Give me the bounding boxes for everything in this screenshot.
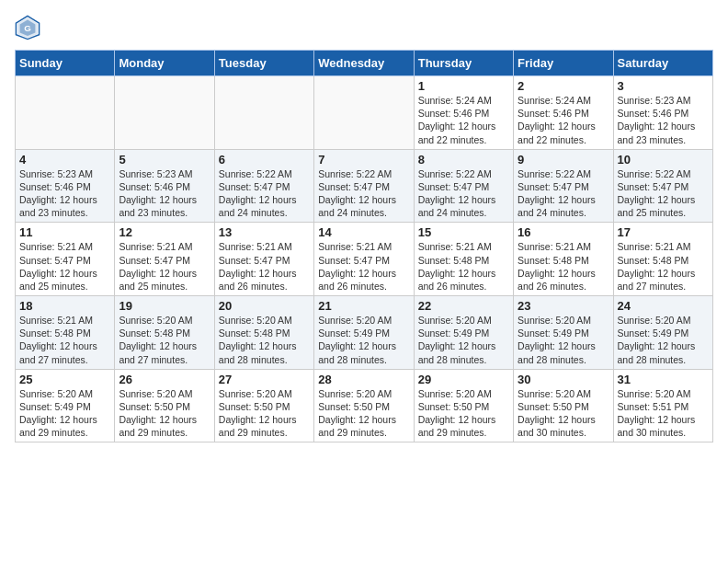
day-number: 16 — [518, 225, 609, 239]
day-number: 27 — [219, 373, 310, 386]
day-info: Sunrise: 5:22 AM Sunset: 5:47 PM Dayligh… — [618, 167, 709, 220]
calendar-cell: 1Sunrise: 5:24 AM Sunset: 5:46 PM Daylig… — [414, 76, 513, 150]
day-info: Sunrise: 5:21 AM Sunset: 5:47 PM Dayligh… — [219, 240, 310, 293]
calendar-cell: 13Sunrise: 5:21 AM Sunset: 5:47 PM Dayli… — [214, 223, 313, 296]
day-number: 26 — [119, 373, 210, 386]
generalblue-logo-icon: G — [15, 15, 40, 40]
calendar-header-monday: Monday — [115, 51, 214, 76]
calendar-week-row: 18Sunrise: 5:21 AM Sunset: 5:48 PM Dayli… — [16, 296, 713, 370]
calendar-cell: 28Sunrise: 5:20 AM Sunset: 5:50 PM Dayli… — [314, 369, 414, 442]
day-info: Sunrise: 5:20 AM Sunset: 5:49 PM Dayligh… — [318, 314, 409, 366]
calendar-cell: 16Sunrise: 5:21 AM Sunset: 5:48 PM Dayli… — [514, 223, 613, 296]
day-info: Sunrise: 5:20 AM Sunset: 5:49 PM Dayligh… — [618, 314, 709, 366]
calendar-cell: 20Sunrise: 5:20 AM Sunset: 5:48 PM Dayli… — [214, 296, 313, 370]
day-info: Sunrise: 5:24 AM Sunset: 5:46 PM Dayligh… — [518, 94, 609, 146]
calendar-cell — [115, 76, 214, 150]
day-info: Sunrise: 5:20 AM Sunset: 5:51 PM Dayligh… — [618, 387, 709, 440]
day-number: 25 — [19, 373, 110, 386]
day-info: Sunrise: 5:23 AM Sunset: 5:46 PM Dayligh… — [119, 167, 210, 220]
calendar-header-thursday: Thursday — [414, 51, 513, 76]
day-number: 7 — [318, 153, 409, 167]
calendar-week-row: 4Sunrise: 5:23 AM Sunset: 5:46 PM Daylig… — [16, 149, 713, 223]
day-number: 30 — [518, 373, 609, 386]
day-number: 18 — [19, 299, 110, 313]
day-info: Sunrise: 5:20 AM Sunset: 5:49 PM Dayligh… — [19, 387, 110, 440]
calendar-header-wednesday: Wednesday — [314, 51, 414, 76]
day-number: 11 — [19, 225, 110, 239]
calendar-cell — [314, 76, 414, 150]
calendar-cell: 25Sunrise: 5:20 AM Sunset: 5:49 PM Dayli… — [16, 369, 115, 442]
calendar-table: SundayMondayTuesdayWednesdayThursdayFrid… — [15, 50, 713, 442]
calendar-cell: 31Sunrise: 5:20 AM Sunset: 5:51 PM Dayli… — [613, 369, 712, 442]
day-info: Sunrise: 5:20 AM Sunset: 5:49 PM Dayligh… — [418, 314, 509, 366]
day-number: 13 — [219, 225, 310, 239]
day-info: Sunrise: 5:20 AM Sunset: 5:50 PM Dayligh… — [318, 387, 409, 440]
calendar-header-row: SundayMondayTuesdayWednesdayThursdayFrid… — [16, 51, 713, 76]
day-info: Sunrise: 5:23 AM Sunset: 5:46 PM Dayligh… — [618, 94, 709, 146]
calendar-cell: 5Sunrise: 5:23 AM Sunset: 5:46 PM Daylig… — [115, 149, 214, 223]
calendar-cell: 11Sunrise: 5:21 AM Sunset: 5:47 PM Dayli… — [16, 223, 115, 296]
calendar-cell: 9Sunrise: 5:22 AM Sunset: 5:47 PM Daylig… — [514, 149, 613, 223]
day-info: Sunrise: 5:21 AM Sunset: 5:48 PM Dayligh… — [618, 240, 709, 293]
day-number: 3 — [618, 79, 709, 93]
calendar-cell: 15Sunrise: 5:21 AM Sunset: 5:48 PM Dayli… — [414, 223, 513, 296]
calendar-cell: 17Sunrise: 5:21 AM Sunset: 5:48 PM Dayli… — [613, 223, 712, 296]
day-info: Sunrise: 5:21 AM Sunset: 5:47 PM Dayligh… — [19, 240, 110, 293]
logo: G — [15, 15, 44, 40]
day-number: 14 — [318, 225, 409, 239]
calendar-cell — [16, 76, 115, 150]
day-number: 31 — [618, 373, 709, 386]
page-header: G — [15, 15, 713, 40]
day-info: Sunrise: 5:20 AM Sunset: 5:48 PM Dayligh… — [219, 314, 310, 366]
day-number: 20 — [219, 299, 310, 313]
calendar-cell: 21Sunrise: 5:20 AM Sunset: 5:49 PM Dayli… — [314, 296, 414, 370]
calendar-header-sunday: Sunday — [16, 51, 115, 76]
day-number: 19 — [119, 299, 210, 313]
day-info: Sunrise: 5:23 AM Sunset: 5:46 PM Dayligh… — [19, 167, 110, 220]
calendar-cell: 7Sunrise: 5:22 AM Sunset: 5:47 PM Daylig… — [314, 149, 414, 223]
day-number: 15 — [418, 225, 509, 239]
day-info: Sunrise: 5:20 AM Sunset: 5:48 PM Dayligh… — [119, 314, 210, 366]
calendar-cell: 18Sunrise: 5:21 AM Sunset: 5:48 PM Dayli… — [16, 296, 115, 370]
calendar-cell: 10Sunrise: 5:22 AM Sunset: 5:47 PM Dayli… — [613, 149, 712, 223]
day-number: 1 — [418, 79, 509, 93]
day-info: Sunrise: 5:22 AM Sunset: 5:47 PM Dayligh… — [518, 167, 609, 220]
day-number: 2 — [518, 79, 609, 93]
day-number: 10 — [618, 153, 709, 167]
svg-text:G: G — [24, 23, 31, 33]
calendar-cell: 26Sunrise: 5:20 AM Sunset: 5:50 PM Dayli… — [115, 369, 214, 442]
calendar-cell: 23Sunrise: 5:20 AM Sunset: 5:49 PM Dayli… — [514, 296, 613, 370]
calendar-cell — [214, 76, 313, 150]
calendar-header-saturday: Saturday — [613, 51, 712, 76]
day-info: Sunrise: 5:21 AM Sunset: 5:48 PM Dayligh… — [518, 240, 609, 293]
calendar-cell: 27Sunrise: 5:20 AM Sunset: 5:50 PM Dayli… — [214, 369, 313, 442]
day-number: 8 — [418, 153, 509, 167]
day-info: Sunrise: 5:22 AM Sunset: 5:47 PM Dayligh… — [418, 167, 509, 220]
day-info: Sunrise: 5:22 AM Sunset: 5:47 PM Dayligh… — [318, 167, 409, 220]
day-info: Sunrise: 5:20 AM Sunset: 5:50 PM Dayligh… — [418, 387, 509, 440]
day-info: Sunrise: 5:21 AM Sunset: 5:48 PM Dayligh… — [19, 314, 110, 366]
day-number: 24 — [618, 299, 709, 313]
calendar-cell: 8Sunrise: 5:22 AM Sunset: 5:47 PM Daylig… — [414, 149, 513, 223]
day-number: 17 — [618, 225, 709, 239]
calendar-week-row: 11Sunrise: 5:21 AM Sunset: 5:47 PM Dayli… — [16, 223, 713, 296]
day-number: 12 — [119, 225, 210, 239]
day-number: 22 — [418, 299, 509, 313]
calendar-cell: 12Sunrise: 5:21 AM Sunset: 5:47 PM Dayli… — [115, 223, 214, 296]
day-number: 4 — [19, 153, 110, 167]
day-info: Sunrise: 5:20 AM Sunset: 5:50 PM Dayligh… — [518, 387, 609, 440]
day-info: Sunrise: 5:21 AM Sunset: 5:48 PM Dayligh… — [418, 240, 509, 293]
calendar-cell: 29Sunrise: 5:20 AM Sunset: 5:50 PM Dayli… — [414, 369, 513, 442]
day-info: Sunrise: 5:20 AM Sunset: 5:50 PM Dayligh… — [219, 387, 310, 440]
calendar-week-row: 25Sunrise: 5:20 AM Sunset: 5:49 PM Dayli… — [16, 369, 713, 442]
calendar-cell: 2Sunrise: 5:24 AM Sunset: 5:46 PM Daylig… — [514, 76, 613, 150]
day-number: 23 — [518, 299, 609, 313]
day-number: 28 — [318, 373, 409, 386]
calendar-cell: 19Sunrise: 5:20 AM Sunset: 5:48 PM Dayli… — [115, 296, 214, 370]
calendar-cell: 3Sunrise: 5:23 AM Sunset: 5:46 PM Daylig… — [613, 76, 712, 150]
day-info: Sunrise: 5:20 AM Sunset: 5:49 PM Dayligh… — [518, 314, 609, 366]
day-number: 5 — [119, 153, 210, 167]
day-info: Sunrise: 5:21 AM Sunset: 5:47 PM Dayligh… — [318, 240, 409, 293]
calendar-week-row: 1Sunrise: 5:24 AM Sunset: 5:46 PM Daylig… — [16, 76, 713, 150]
day-info: Sunrise: 5:20 AM Sunset: 5:50 PM Dayligh… — [119, 387, 210, 440]
